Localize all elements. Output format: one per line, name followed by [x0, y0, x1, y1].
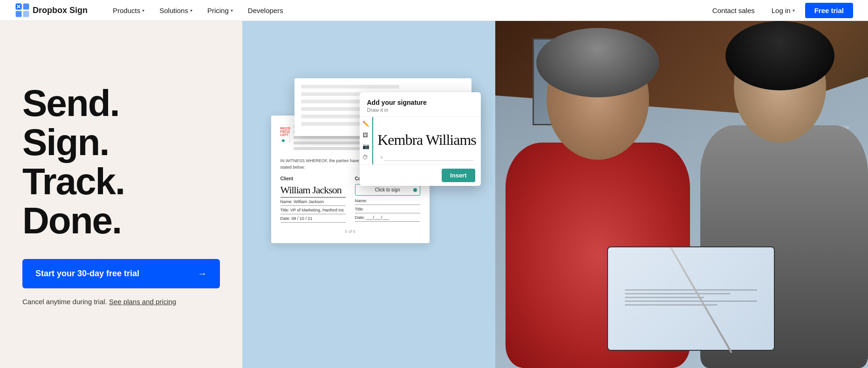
hero-left-panel: Send. Sign. Track. Done. Start your 30-d… — [0, 21, 242, 368]
signature-x-label: x — [381, 155, 383, 160]
free-trial-button[interactable]: Free trial — [805, 3, 853, 18]
image-icon[interactable]: 🖼 — [362, 132, 369, 138]
signature-tool-icons: ✏️ 🖼 📷 ⏱ — [360, 117, 373, 164]
signature-modal-subtitle: Draw it in — [367, 107, 473, 113]
hero-center-panel: REQ'D FIELD LEFT IN WITNESS WHEREOF, — [242, 21, 495, 368]
navbar: Dropbox Sign Products ▾ Solutions ▾ Pric… — [0, 0, 868, 21]
nav-developers[interactable]: Developers — [241, 4, 290, 17]
svg-rect-1 — [23, 4, 29, 10]
logo-text: Dropbox Sign — [33, 6, 88, 15]
tablet-device — [607, 246, 775, 351]
clock-icon[interactable]: ⏱ — [362, 154, 369, 161]
document-mockup: REQ'D FIELD LEFT IN WITNESS WHEREOF, — [262, 78, 476, 311]
cancel-text: Cancel anytime during trial. See plans a… — [22, 298, 220, 306]
hero-section: Send. Sign. Track. Done. Start your 30-d… — [0, 21, 868, 368]
person-right-hair — [725, 21, 834, 90]
signature-image: Kembra Williams — [377, 131, 476, 149]
nav-links: Products ▾ Solutions ▾ Pricing ▾ Develop… — [106, 4, 706, 17]
cta-label: Start your 30-day free trial — [35, 269, 139, 279]
tablet-content — [625, 289, 758, 308]
login-chevron-icon: ▾ — [793, 8, 795, 13]
pen-icon[interactable]: ✏️ — [362, 121, 369, 127]
nav-pricing[interactable]: Pricing ▾ — [201, 4, 239, 17]
dropbox-logo-icon — [15, 3, 30, 18]
signature-modal-title: Add your signature — [367, 99, 473, 106]
login-button[interactable]: Log in ▾ — [765, 4, 801, 17]
nav-products[interactable]: Products ▾ — [106, 4, 151, 17]
signature-content-area: ✏️ 🖼 📷 ⏱ Kembra Williams x — [360, 117, 481, 164]
logo[interactable]: Dropbox Sign — [15, 3, 88, 18]
photo-background — [495, 21, 868, 368]
contact-sales-link[interactable]: Contact sales — [706, 4, 761, 17]
cta-button[interactable]: Start your 30-day free trial → — [22, 259, 220, 288]
see-plans-link[interactable]: See plans and pricing — [109, 298, 176, 306]
solutions-chevron-icon: ▾ — [190, 8, 192, 13]
pricing-chevron-icon: ▾ — [231, 8, 233, 13]
tablet-screen — [608, 247, 774, 350]
phone-icon[interactable]: 📷 — [362, 143, 369, 150]
svg-rect-3 — [23, 11, 29, 17]
signature-modal-header: Add your signature Draw it in — [360, 92, 481, 117]
signature-modal-footer: Insert — [360, 164, 481, 186]
person-left-hair — [536, 28, 659, 97]
nav-right: Contact sales Log in ▾ Free trial — [706, 3, 853, 18]
cta-arrow-icon: → — [198, 268, 207, 279]
signature-modal: Add your signature Draw it in ✏️ 🖼 📷 ⏱ — [360, 92, 481, 186]
page-number: 5 of 5 — [280, 229, 420, 234]
signature-draw-area[interactable]: Kembra Williams — [373, 117, 481, 164]
svg-rect-2 — [16, 11, 22, 17]
products-chevron-icon: ▾ — [142, 8, 144, 13]
nav-solutions[interactable]: Solutions ▾ — [153, 4, 199, 17]
hero-right-panel — [495, 21, 868, 368]
front-document: Add your signature Draw it in ✏️ 🖼 📷 ⏱ — [294, 78, 472, 136]
insert-button[interactable]: Insert — [442, 169, 475, 182]
hero-headline: Send. Sign. Track. Done. — [22, 84, 220, 240]
click-to-sign-field[interactable]: Click to sign — [355, 184, 420, 196]
